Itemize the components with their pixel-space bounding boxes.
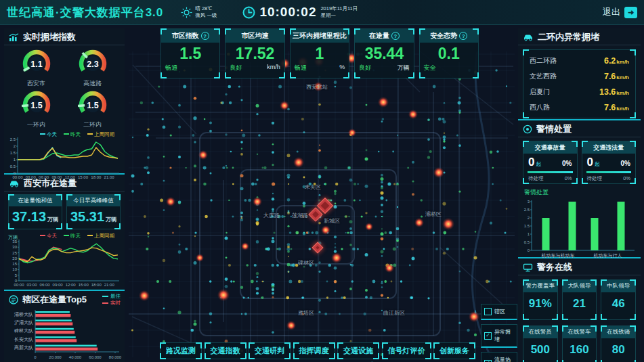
section-title: 警务在线 (537, 261, 572, 273)
map-layer-legend: 辖区✓异常拥堵✓流量热力 (481, 304, 517, 362)
svg-text:2.5: 2.5 (524, 208, 530, 212)
road-name: 文艺西路 (530, 72, 557, 81)
checkbox-icon: ✓ (484, 332, 492, 340)
congestion-index-panel: 实时拥堵指数 1.1西安市2.3高速路1.5一环内1.5二环内 00.511.5… (4, 28, 125, 175)
pending-label: 待处理 (587, 175, 603, 182)
checkbox-icon: ✓ (484, 360, 492, 362)
onroad-stat-card: 在途量饱和值37.13万辆 (8, 194, 62, 229)
svg-text:20: 20 (12, 256, 17, 261)
kpi-value: 17.52 (226, 43, 284, 64)
nav-button-label: 交通研判 (255, 346, 284, 355)
kpi-status: 良好 (359, 64, 371, 72)
kpi-status: 畅通 (295, 64, 307, 72)
map-layer-toggle[interactable]: ✓流量热力 (481, 352, 517, 362)
kpi-value: 0.1 (420, 43, 478, 64)
svg-text:00:00: 00:00 (14, 283, 24, 287)
svg-text:1: 1 (14, 158, 16, 162)
pending-label: 待处理 (528, 175, 544, 182)
nav-button[interactable]: 路况监测 (160, 342, 202, 359)
svg-text:碑林大队: 碑林大队 (14, 328, 33, 334)
map-label: 雁塔区 (298, 309, 314, 317)
trend-icon (9, 33, 19, 42)
speed-unit: km/h (616, 106, 629, 112)
question-icon[interactable]: ? (391, 32, 400, 40)
svg-text:今天: 今天 (47, 131, 58, 137)
checkbox-icon (484, 308, 492, 315)
nav-button[interactable]: 信号灯评价 (382, 342, 431, 359)
svg-text:高新大队: 高新大队 (14, 344, 33, 350)
stat-unit: 万辆 (106, 217, 116, 223)
map-label: 灞桥区 (425, 210, 442, 218)
logout-button[interactable]: 退出 ➜ (603, 6, 637, 18)
nav-button-label: 交通指数 (211, 346, 240, 355)
stat-count: 0 (587, 156, 593, 169)
onroad-line-chart: 0510152025303500:0003:0006:0009:0012:001… (4, 231, 125, 293)
nav-button[interactable]: 指挥调度 (293, 342, 335, 359)
nav-button[interactable]: 交通设施 (337, 342, 379, 359)
map-label: 大庆路 (263, 212, 280, 219)
svg-text:灞桥大队: 灞桥大队 (14, 311, 33, 317)
legend-item: 最佳 (102, 293, 121, 300)
stat-label: 在线警车 (563, 326, 597, 338)
kpi-unit: % (339, 64, 345, 72)
monitor-icon (523, 263, 533, 272)
svg-text:06:00: 06:00 (40, 283, 51, 287)
kpi-value: 35.44 (355, 43, 413, 64)
svg-text:0.5: 0.5 (524, 240, 530, 244)
speed-unit: km/h (616, 90, 629, 96)
stat-label: 在线警员 (523, 326, 557, 338)
bottom-nav: 路况监测交通指数交通研判指挥调度交通设施信号灯评价创新服务 (160, 342, 475, 359)
nav-button[interactable]: 创新服务 (433, 342, 475, 359)
weather-temp: 晴 28℃ (195, 5, 217, 12)
question-icon[interactable]: ? (459, 32, 467, 40)
stat-unit: 万辆 (47, 217, 58, 223)
nav-button[interactable]: 交通指数 (205, 342, 246, 359)
section-title: 西安市在途量 (24, 177, 77, 189)
stat-label: 在途量饱和值 (9, 195, 62, 206)
kpi-card: 安全态势?0.1安全 (419, 28, 479, 78)
abnormal-road-row: 西二环路6.2km/h (523, 53, 635, 68)
svg-text:5: 5 (15, 273, 18, 277)
car-icon (523, 33, 534, 41)
svg-text:03:00: 03:00 (27, 283, 38, 287)
police-handling-panel: 警情处置 交通事故量0起0%待处理0%交通违法量0起0%待处理0% 警情处置 0… (518, 120, 641, 258)
dashboard: 西安北站未央区新城区莲湖路大庆路灞桥区碑林区雁塔区曲江新区 辖区✓异常拥堵✓流量… (0, 0, 644, 362)
kpi-status: 安全 (424, 64, 436, 72)
nav-button[interactable]: 交通研判 (249, 342, 291, 359)
svg-text:25: 25 (12, 251, 17, 255)
map-label: 曲江新区 (383, 309, 405, 317)
svg-text:上周同期: 上周同期 (94, 233, 114, 239)
stat-value: 46 (601, 292, 635, 311)
clock-widget: 10:00:02 2019年11月11日 星期一 (242, 5, 358, 20)
weather-wind: 微风 一级 (195, 12, 217, 19)
kpi-card: 市区指数?1.5畅通 (160, 28, 220, 78)
clock-icon (242, 6, 255, 19)
onroad-panel: 西安市在途量 在途量饱和值37.13万辆今日早高峰峰值35.31万辆 05101… (4, 175, 125, 291)
svg-text:30: 30 (12, 245, 17, 249)
layer-label: 异常拥堵 (494, 328, 514, 343)
question-icon[interactable]: ? (201, 32, 209, 40)
top5-panel: 辖区在途量Top5 最佳实时 灞桥大队浐灞大队碑林大队长安大队高新大队020,0… (4, 291, 125, 361)
nav-button-label: 创新服务 (439, 346, 469, 355)
online-stat-card: 大队领导21 (562, 279, 597, 320)
kpi-card: 三环内拥堵里程比1畅通% (290, 28, 349, 78)
layer-label: 流量热力 (494, 356, 514, 362)
svg-text:1.5: 1.5 (30, 101, 42, 110)
stat-label: 交通事故量 (523, 141, 577, 154)
kpi-card: 市区均速17.52良好km/h (225, 28, 284, 78)
map-layer-toggle[interactable]: ✓异常拥堵 (481, 324, 517, 348)
svg-text:昨天: 昨天 (70, 131, 81, 137)
gauge-label: 西安市 (8, 79, 64, 88)
map-label: 西安北站 (306, 83, 328, 91)
stat-label: 大队领导 (563, 280, 597, 292)
car-icon (9, 179, 20, 187)
svg-text:40,000: 40,000 (69, 355, 82, 359)
congestion-gauge: 1.5一环内 (8, 88, 64, 129)
police-stat-card: 交通违法量0起0%待处理0% (582, 141, 637, 184)
abnormal-road-row: 西八路7.6km/h (523, 99, 635, 115)
kpi-status: 良好 (230, 64, 242, 72)
stat-value: 91% (523, 292, 557, 311)
gauge-label: 高速路 (64, 79, 121, 88)
map-layer-toggle[interactable]: 辖区 (481, 304, 517, 320)
svg-text:35: 35 (12, 240, 17, 244)
